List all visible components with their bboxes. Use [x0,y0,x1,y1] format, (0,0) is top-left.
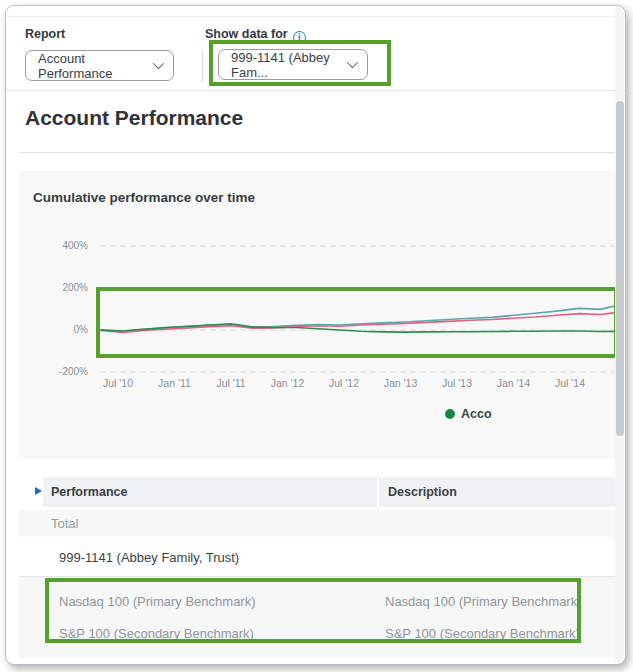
x-tick-label: Jul '11 [216,377,245,389]
report-dropdown-value: Account Performance [38,51,143,81]
app-window: Report Account Performance Show data for… [5,5,626,665]
title-divider [19,152,620,153]
x-tick-label: Jul '12 [329,377,359,389]
table-header-description[interactable]: Description [379,477,620,507]
y-tick-label: 400% [44,240,88,251]
report-label: Report [25,27,65,41]
legend-dot-icon [445,409,455,419]
toolbar-divider [202,51,203,82]
x-tick-label: Jul '13 [442,377,472,389]
chart-x-axis-labels: Jul '10Jan '11Jul '11Jan '12Jul '12Jan '… [6,377,620,393]
chart-legend[interactable]: Acco [445,407,620,421]
page-title: Account Performance [25,106,243,130]
x-tick-label: Jul '10 [103,377,133,389]
report-dropdown[interactable]: Account Performance [25,50,174,81]
chart-heading: Cumulative performance over time [33,190,255,205]
benchmark-rows-block: Nasdaq 100 (Primary Benchmark) Nasdaq 10… [19,577,620,658]
performance-chart-plot [96,240,618,385]
x-tick-label: Jul '14 [555,377,585,389]
table-row-total[interactable]: Total [19,510,620,537]
table-row-account[interactable]: 999-1141 (Abbey Family, Trust) [19,538,620,576]
chevron-down-icon [347,57,358,68]
x-tick-label: Jan '13 [384,377,418,389]
x-tick-label: Jan '11 [158,377,191,389]
show-data-for-label: Show data fori [205,27,306,44]
expand-all-icon[interactable] [35,487,42,495]
y-tick-label: -200% [44,366,88,377]
chevron-down-icon [153,58,164,69]
report-toolbar: Report Account Performance Show data for… [6,16,625,91]
table-row-benchmark-nasdaq[interactable]: Nasdaq 100 (Primary Benchmark) Nasdaq 10… [19,587,620,617]
y-tick-label: 0% [44,324,88,335]
vertical-scrollbar-thumb[interactable] [616,101,624,436]
x-tick-label: Jan '14 [497,377,531,389]
table-row-benchmark-sp[interactable]: S&P 100 (Secondary Benchmark) S&P 100 (S… [19,619,620,649]
show-data-for-dropdown[interactable]: 999-1141 (Abbey Fam... [218,49,368,80]
table-header-performance[interactable]: Performance [43,477,377,507]
y-tick-label: 200% [44,282,88,293]
performance-line-chart [96,240,618,385]
info-icon[interactable]: i [293,31,306,44]
legend-label: Acco [461,407,492,421]
show-data-for-value: 999-1141 (Abbey Fam... [231,50,337,80]
x-tick-label: Jan '12 [271,377,305,389]
